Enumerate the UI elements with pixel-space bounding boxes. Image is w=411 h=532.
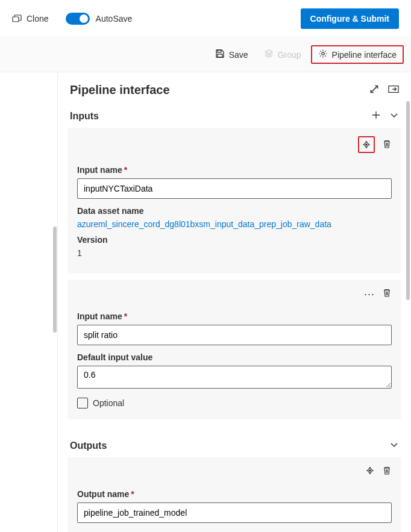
outputs-heading: Outputs — [70, 440, 107, 451]
output1-name-field[interactable] — [77, 502, 392, 523]
output-card-1: Output name* Type — [67, 457, 401, 532]
svg-rect-2 — [218, 54, 222, 57]
input-card-1: Input name* Data asset name azureml_sinc… — [67, 128, 401, 274]
delete-input-icon[interactable] — [382, 139, 392, 151]
inputs-heading: Inputs — [70, 111, 99, 122]
autosave-toggle[interactable] — [66, 13, 90, 25]
svg-rect-0 — [13, 17, 19, 22]
optional-checkbox[interactable] — [77, 398, 88, 408]
main-body: Pipeline interface Inputs — [0, 72, 411, 532]
more-options-icon[interactable]: ··· — [364, 289, 375, 299]
chevron-down-icon[interactable] — [389, 440, 399, 451]
expand-icon[interactable] — [369, 84, 380, 96]
resize-handle[interactable] — [53, 227, 57, 333]
clone-button[interactable]: Clone — [12, 14, 49, 23]
input-card-2: ··· Input name* Default input value Opti… — [67, 280, 401, 419]
inputs-section: Inputs — [58, 104, 411, 434]
delete-output-icon[interactable] — [382, 466, 392, 477]
dock-icon[interactable] — [388, 84, 399, 96]
locate-output-icon[interactable] — [365, 466, 375, 477]
input1-version-value: 1 — [77, 248, 392, 258]
sub-toolbar: Save Group Pipeline interface — [0, 37, 411, 72]
top-toolbar: Clone AutoSave Configure & Submit — [0, 0, 411, 37]
delete-input-icon[interactable] — [382, 288, 392, 299]
input1-version-label: Version — [77, 235, 392, 245]
outputs-section: Outputs — [58, 434, 411, 532]
input1-asset-link[interactable]: azureml_sincere_cord_dg8l01bxsm_input_da… — [77, 219, 392, 229]
locate-input-button[interactable] — [358, 136, 375, 153]
input2-default-label: Default input value — [77, 352, 392, 362]
input2-default-field[interactable] — [77, 366, 392, 389]
clone-label: Clone — [27, 14, 49, 23]
output1-name-label: Output name* — [77, 489, 392, 499]
group-label: Group — [278, 50, 301, 60]
input1-name-label: Input name* — [77, 165, 392, 175]
pipeline-interface-label: Pipeline interface — [332, 50, 397, 60]
optional-label: Optional — [93, 398, 124, 408]
group-icon — [264, 49, 274, 60]
pipeline-interface-button[interactable]: Pipeline interface — [311, 45, 404, 64]
autosave-label: AutoSave — [96, 14, 133, 23]
group-button: Group — [258, 45, 307, 64]
input1-name-field[interactable] — [77, 178, 392, 199]
svg-point-3 — [321, 52, 324, 55]
save-button[interactable]: Save — [209, 45, 254, 64]
scrollbar-thumb[interactable] — [406, 101, 410, 300]
clone-icon — [12, 14, 22, 23]
configure-submit-button[interactable]: Configure & Submit — [301, 8, 399, 29]
svg-rect-1 — [218, 50, 221, 52]
autosave-control: AutoSave — [66, 13, 133, 25]
input2-name-label: Input name* — [77, 311, 392, 321]
svg-point-5 — [366, 144, 367, 145]
svg-point-6 — [369, 470, 371, 471]
panel-title: Pipeline interface — [70, 83, 170, 97]
left-rail — [0, 72, 57, 532]
gear-icon — [318, 49, 328, 60]
save-icon — [215, 49, 225, 60]
save-label: Save — [229, 50, 248, 60]
input2-name-field[interactable] — [77, 325, 392, 345]
chevron-down-icon[interactable] — [389, 110, 399, 122]
input1-asset-label: Data asset name — [77, 206, 392, 216]
panel-header: Pipeline interface — [58, 72, 411, 104]
pipeline-interface-panel: Pipeline interface Inputs — [57, 72, 411, 532]
add-input-icon[interactable] — [371, 110, 381, 122]
